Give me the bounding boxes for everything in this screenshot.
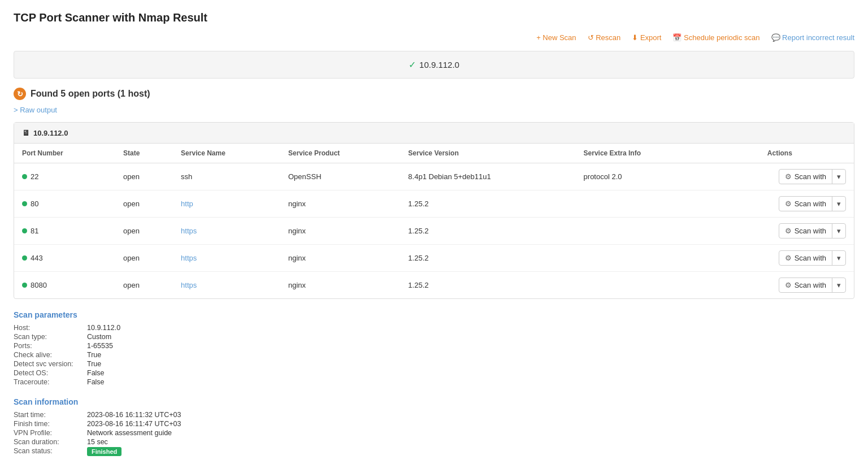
param-label: Scan duration: [14,438,87,446]
service-version-cell: 1.25.2 [400,272,575,299]
port-cell: 80 [14,190,115,218]
scan-with-main[interactable]: ⚙ Scan with [779,170,832,184]
param-label: Finish time: [14,420,87,428]
service-product-cell: nginx [280,245,400,272]
state-cell: open [115,272,173,299]
info-row: Scan status:Finished [14,447,854,456]
col-port-number: Port Number [14,144,115,163]
result-icon: ↻ [14,88,26,100]
port-cell: 443 [14,245,115,272]
scan-with-main[interactable]: ⚙ Scan with [779,197,832,211]
scan-with-button[interactable]: ⚙ Scan with ▾ [779,196,846,211]
scan-with-label: Scan with [795,254,826,262]
scan-with-button[interactable]: ⚙ Scan with ▾ [779,250,846,266]
scan-with-dropdown-arrow[interactable]: ▾ [832,278,845,292]
scan-with-main[interactable]: ⚙ Scan with [779,251,832,265]
port-number: 80 [31,200,38,208]
param-row: Detect OS:False [14,369,854,377]
service-name-link[interactable]: http [181,200,193,208]
param-label: VPN Profile: [14,429,87,437]
scan-with-dropdown-arrow[interactable]: ▾ [832,251,845,265]
scan-with-dropdown-arrow[interactable]: ▾ [832,224,845,238]
service-product-cell: nginx [280,218,400,245]
report-incorrect-button[interactable]: 💬 Report incorrect result [771,33,855,42]
param-row: Host:10.9.112.0 [14,324,854,332]
param-value: 15 sec [87,438,108,446]
info-row: VPN Profile:Network assessment guide [14,429,854,437]
scan-with-dropdown-arrow[interactable]: ▾ [832,197,845,211]
gear-icon: ⚙ [785,281,792,289]
host-section: 🖥 10.9.112.0 Port Number State Service N… [14,122,854,299]
scan-parameters-section: Scan parameters Host:10.9.112.0Scan type… [14,310,854,386]
gear-icon: ⚙ [785,227,792,235]
open-dot [22,255,27,261]
service-version-cell: 1.25.2 [400,218,575,245]
service-name-link[interactable]: https [181,227,197,235]
port-number: 8080 [31,281,47,289]
scan-with-main[interactable]: ⚙ Scan with [779,224,832,238]
col-service-version: Service Version [400,144,575,163]
result-summary-text: Found 5 open ports (1 host) [31,89,150,99]
schedule-scan-button[interactable]: 📅 Schedule periodic scan [672,33,760,42]
port-number: 81 [31,227,38,235]
scan-with-main[interactable]: ⚙ Scan with [779,278,832,292]
gear-icon: ⚙ [785,172,792,181]
service-name-cell[interactable]: https [173,218,280,245]
result-header: ↻ Found 5 open ports (1 host) [14,88,854,100]
param-row: Ports:1-65535 [14,342,854,350]
param-value: True [87,351,101,359]
open-dot [22,174,27,179]
service-product-cell: nginx [280,272,400,299]
service-product-cell: nginx [280,190,400,218]
port-number: 22 [31,172,38,181]
col-service-product: Service Product [280,144,400,163]
state-cell: open [115,163,173,190]
scan-with-button[interactable]: ⚙ Scan with ▾ [779,223,846,238]
param-value: False [87,369,105,377]
ports-table: Port Number State Service Name Service P… [14,144,854,298]
actions-cell: ⚙ Scan with ▾ [706,272,854,299]
scan-information-title: Scan information [14,397,854,406]
scan-with-button[interactable]: ⚙ Scan with ▾ [779,169,846,184]
service-extra-cell [576,272,706,299]
rescan-button[interactable]: ↺ Rescan [588,33,621,42]
export-button[interactable]: ⬇ Export [632,33,661,42]
param-label: Check alive: [14,351,87,359]
new-scan-button[interactable]: + New Scan [536,33,576,42]
service-name-cell[interactable]: https [173,245,280,272]
param-label: Scan status: [14,447,87,456]
service-version-cell: 1.25.2 [400,245,575,272]
scan-with-button[interactable]: ⚙ Scan with ▾ [779,277,846,293]
scan-with-dropdown-arrow[interactable]: ▾ [832,170,845,184]
table-row: 8080openhttpsnginx1.25.2 ⚙ Scan with ▾ [14,272,854,299]
raw-output-link[interactable]: Raw output [14,106,57,114]
scanned-ip: 10.9.112.0 [419,60,459,70]
param-label: Start time: [14,411,87,419]
scan-information-section: Scan information Start time:2023-08-16 1… [14,397,854,456]
param-row: Check alive:True [14,351,854,359]
service-name-cell[interactable]: http [173,190,280,218]
service-version-cell: 8.4p1 Debian 5+deb11u1 [400,163,575,190]
param-value: True [87,360,101,368]
param-row: Scan type:Custom [14,333,854,341]
table-row: 22opensshOpenSSH8.4p1 Debian 5+deb11u1pr… [14,163,854,190]
open-dot [22,283,27,288]
actions-cell: ⚙ Scan with ▾ [706,245,854,272]
host-header: 🖥 10.9.112.0 [14,123,854,144]
service-name-cell[interactable]: https [173,272,280,299]
service-product-cell: OpenSSH [280,163,400,190]
param-value: Network assessment guide [87,429,172,437]
param-value: 2023-08-16 16:11:32 UTC+03 [87,411,181,419]
param-value: 1-65535 [87,342,113,350]
param-label: Host: [14,324,87,332]
actions-cell: ⚙ Scan with ▾ [706,163,854,190]
col-state: State [115,144,173,163]
state-cell: open [115,218,173,245]
gear-icon: ⚙ [785,200,792,208]
actions-cell: ⚙ Scan with ▾ [706,218,854,245]
table-row: 81openhttpsnginx1.25.2 ⚙ Scan with ▾ [14,218,854,245]
service-name-link[interactable]: https [181,281,197,289]
service-name-link[interactable]: https [181,254,197,262]
param-label: Detect OS: [14,369,87,377]
service-extra-cell [576,245,706,272]
